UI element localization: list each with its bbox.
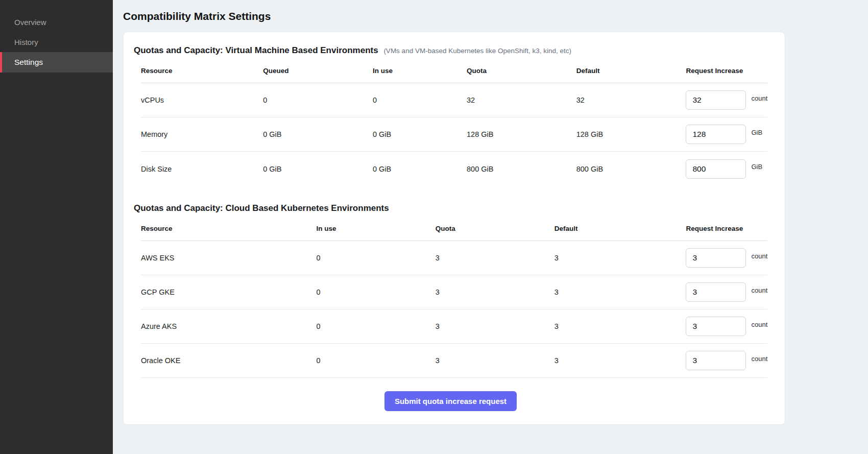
sidebar-item-overview[interactable]: Overview [0,12,113,32]
cell-default: 3 [554,322,686,330]
cell-request-increase: count [686,282,767,302]
column-header-in-use: In use [373,67,467,75]
cell-resource: Disk Size [141,165,263,173]
column-header-resource: Resource [141,67,263,75]
cell-request-increase: GiB [686,125,767,144]
page-title: Compatibility Matrix Settings [123,10,856,22]
cloud-quota-table: Resource In use Quota Default Request In… [141,218,767,378]
column-header-quota: Quota [436,225,554,232]
column-header-queued: Queued [263,67,373,75]
table-row-disk-size: Disk Size 0 GiB 0 GiB 800 GiB 800 GiB Gi… [141,152,767,186]
cell-queued: 0 GiB [263,130,373,138]
column-header-default: Default [554,225,686,232]
sidebar: Overview History Settings [0,0,113,454]
table-row-aws-eks: AWS EKS 0 3 3 count [141,241,767,275]
cell-default: 3 [554,356,686,365]
unit-label: count [751,321,767,328]
submit-button-row: Submit quota increase request [134,391,767,411]
cell-in-use: 0 [317,322,436,330]
table-row-vcpus: vCPUs 0 0 32 32 count [141,83,767,117]
table-row-memory: Memory 0 GiB 0 GiB 128 GiB 128 GiB GiB [141,117,767,152]
cell-request-increase: count [686,90,767,110]
cell-request-increase: count [686,317,767,336]
cell-quota: 128 GiB [467,130,576,138]
cell-in-use: 0 [317,356,436,365]
settings-card: Quotas and Capacity: Virtual Machine Bas… [123,32,785,425]
cell-default: 3 [554,288,686,296]
table-row-oracle-oke: Oracle OKE 0 3 3 count [141,344,767,378]
cell-resource: vCPUs [141,96,263,104]
cell-quota: 32 [467,96,576,104]
cell-in-use: 0 [317,288,436,296]
cell-default: 32 [576,96,686,104]
cell-in-use: 0 GiB [373,130,467,138]
cloud-section-title-text: Quotas and Capacity: Cloud Based Kuberne… [134,203,389,213]
column-header-in-use: In use [317,225,436,232]
cell-in-use: 0 GiB [373,165,467,173]
cell-queued: 0 [263,96,373,104]
unit-label: count [751,286,767,294]
cell-quota: 3 [436,254,554,262]
request-increase-input-vcpus[interactable] [686,90,746,110]
column-header-resource: Resource [141,225,317,232]
vm-table-header-row: Resource Queued In use Quota Default Req… [141,60,767,83]
request-increase-input-memory[interactable] [686,125,746,144]
cell-in-use: 0 [317,254,436,262]
column-header-request-increase: Request Increase [686,225,767,232]
table-row-azure-aks: Azure AKS 0 3 3 count [141,309,767,344]
column-header-request-increase: Request Increase [686,67,767,75]
cloud-table-header-row: Resource In use Quota Default Request In… [141,218,767,241]
cell-default: 3 [554,254,686,262]
unit-label: GiB [751,129,762,136]
vm-section-subtitle: (VMs and VM-based Kubernetes like OpenSh… [383,47,571,55]
sidebar-item-settings[interactable]: Settings [0,52,113,73]
cell-resource: Memory [141,130,263,138]
table-row-gcp-gke: GCP GKE 0 3 3 count [141,275,767,309]
request-increase-input-azure-aks[interactable] [686,317,746,336]
cell-quota: 800 GiB [467,165,576,173]
cell-resource: GCP GKE [141,288,317,296]
vm-section-title: Quotas and Capacity: Virtual Machine Bas… [134,45,767,56]
request-increase-input-gcp-gke[interactable] [686,282,746,302]
cell-quota: 3 [436,322,554,330]
unit-label: count [751,94,767,102]
unit-label: count [751,355,767,363]
cell-resource: Azure AKS [141,322,317,330]
vm-quota-table: Resource Queued In use Quota Default Req… [141,60,767,186]
cell-default: 128 GiB [576,130,686,138]
column-header-default: Default [576,67,686,75]
main-content: Compatibility Matrix Settings Quotas and… [113,0,868,454]
column-header-quota: Quota [467,67,576,75]
cell-quota: 3 [436,288,554,296]
cell-resource: Oracle OKE [141,356,317,365]
cell-resource: AWS EKS [141,254,317,262]
request-increase-input-oracle-oke[interactable] [686,351,746,370]
cell-request-increase: count [686,248,767,268]
cell-request-increase: GiB [686,159,767,179]
cloud-section-title: Quotas and Capacity: Cloud Based Kuberne… [134,203,767,213]
unit-label: count [751,252,767,260]
request-increase-input-disk-size[interactable] [686,159,746,179]
cell-request-increase: count [686,351,767,370]
app-window: Overview History Settings Compatibility … [0,0,868,454]
vm-section-title-text: Quotas and Capacity: Virtual Machine Bas… [134,45,378,55]
submit-quota-increase-button[interactable]: Submit quota increase request [384,391,517,411]
sidebar-item-history[interactable]: History [0,32,113,52]
cell-default: 800 GiB [576,165,686,173]
cell-in-use: 0 [373,96,467,104]
request-increase-input-aws-eks[interactable] [686,248,746,268]
cell-queued: 0 GiB [263,165,373,173]
cell-quota: 3 [436,356,554,365]
unit-label: GiB [751,163,762,171]
